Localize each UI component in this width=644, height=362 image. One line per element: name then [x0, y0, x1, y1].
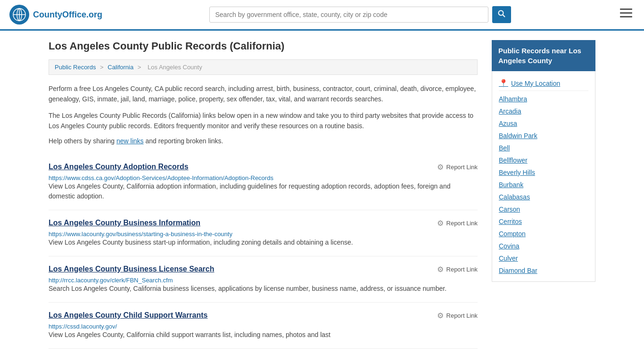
record-desc-2: Search Los Angeles County, California bu…	[49, 284, 478, 294]
sidebar-city-calabasas[interactable]: Calabasas	[499, 191, 588, 203]
sidebar-city-diamond-bar[interactable]: Diamond Bar	[499, 264, 588, 277]
breadcrumb-california[interactable]: California	[107, 64, 133, 71]
search-icon	[498, 10, 505, 17]
help-prefix: Help others by sharing	[49, 137, 116, 145]
description-1: Perform a free Los Angeles County, CA pu…	[49, 83, 478, 105]
record-header: Los Angeles County Business Information …	[49, 219, 478, 228]
sidebar: Public Records near Los Angeles County 📍…	[492, 40, 595, 349]
breadcrumb-county: Los Angeles County	[148, 64, 202, 71]
record-desc-3: View Los Angeles County, California chil…	[49, 330, 478, 340]
report-icon-3: ⚙	[437, 311, 444, 320]
sidebar-city-beverly-hills[interactable]: Beverly Hills	[499, 166, 588, 179]
header: CountyOffice.org	[0, 0, 644, 31]
report-label-3: Report Link	[446, 312, 478, 319]
record-desc-1: View Los Angeles County business start-u…	[49, 238, 478, 247]
sidebar-city-azusa[interactable]: Azusa	[499, 117, 588, 130]
record-desc-0: View Los Angeles County, California adop…	[49, 181, 478, 201]
content-area: Los Angeles County Public Records (Calif…	[49, 40, 478, 349]
sidebar-city-covina[interactable]: Covina	[499, 240, 588, 252]
help-text: Help others by sharing new links and rep…	[49, 137, 478, 145]
use-location-label: Use My Location	[511, 80, 560, 87]
search-area	[209, 6, 511, 23]
svg-rect-7	[620, 8, 632, 10]
record-header: Los Angeles County Adoption Records ⚙ Re…	[49, 163, 478, 172]
logo-text[interactable]: CountyOffice.org	[33, 10, 102, 20]
record-item: Los Angeles County Adoption Records ⚙ Re…	[49, 154, 478, 210]
record-title-1[interactable]: Los Angeles County Business Information	[49, 219, 200, 227]
sidebar-city-bellflower[interactable]: Bellflower	[499, 154, 588, 166]
record-title-2[interactable]: Los Angeles County Business License Sear…	[49, 265, 215, 273]
sidebar-city-cerritos[interactable]: Cerritos	[499, 215, 588, 228]
logo-suffix: .org	[86, 10, 102, 19]
svg-point-5	[498, 11, 503, 16]
report-label-0: Report Link	[446, 164, 478, 171]
record-item: Los Angeles County Business Information …	[49, 210, 478, 256]
record-url-3[interactable]: https://cssd.lacounty.gov/	[49, 323, 117, 330]
help-suffix: and reporting broken links.	[144, 137, 223, 145]
page-title: Los Angeles County Public Records (Calif…	[49, 40, 478, 52]
search-input[interactable]	[209, 7, 488, 23]
sidebar-city-alhambra[interactable]: Alhambra	[499, 93, 588, 105]
search-button[interactable]	[492, 6, 511, 23]
sidebar-city-bell[interactable]: Bell	[499, 142, 588, 154]
breadcrumb-public-records[interactable]: Public Records	[55, 64, 96, 71]
svg-line-6	[503, 15, 505, 17]
sidebar-content: 📍 Use My Location AlhambraArcadiaAzusaBa…	[492, 71, 595, 282]
hamburger-menu-icon[interactable]	[618, 6, 635, 23]
report-label-1: Report Link	[446, 220, 478, 227]
record-item: Los Angeles County Business License Sear…	[49, 256, 478, 303]
record-url-1[interactable]: https://www.lacounty.gov/business/starti…	[49, 230, 232, 238]
sidebar-title: Public Records near Los Angeles County	[492, 40, 595, 71]
use-my-location[interactable]: 📍 Use My Location	[499, 76, 588, 91]
main-container: Los Angeles County Public Records (Calif…	[39, 31, 605, 358]
logo-brand: CountyOffice	[33, 10, 86, 19]
logo-area: CountyOffice.org	[9, 5, 102, 25]
location-pin-icon: 📍	[499, 79, 508, 88]
breadcrumb-sep2: >	[138, 64, 143, 71]
sidebar-city-arcadia[interactable]: Arcadia	[499, 105, 588, 117]
sidebar-city-burbank[interactable]: Burbank	[499, 179, 588, 191]
report-link-0[interactable]: ⚙ Report Link	[437, 163, 478, 172]
record-title-3[interactable]: Los Angeles County Child Support Warrant…	[49, 311, 208, 320]
record-url-0[interactable]: https://www.cdss.ca.gov/Adoption-Service…	[49, 174, 273, 181]
records-list: Los Angeles County Adoption Records ⚙ Re…	[49, 154, 478, 349]
svg-rect-8	[620, 12, 632, 14]
breadcrumb: Public Records > California > Los Angele…	[49, 59, 478, 75]
svg-rect-9	[620, 16, 632, 17]
new-links[interactable]: new links	[116, 137, 144, 145]
sidebar-city-culver[interactable]: Culver	[499, 252, 588, 264]
report-icon-2: ⚙	[437, 265, 444, 274]
report-icon-1: ⚙	[437, 219, 444, 228]
record-url-2[interactable]: http://rrcc.lacounty.gov/clerk/FBN_Searc…	[49, 277, 173, 284]
sidebar-city-carson[interactable]: Carson	[499, 203, 588, 215]
record-item: Los Angeles County Child Support Warrant…	[49, 303, 478, 349]
record-header: Los Angeles County Business License Sear…	[49, 265, 478, 274]
record-title-0[interactable]: Los Angeles County Adoption Records	[49, 163, 189, 171]
report-link-3[interactable]: ⚙ Report Link	[437, 311, 478, 320]
logo-icon	[9, 5, 29, 25]
sidebar-city-baldwin-park[interactable]: Baldwin Park	[499, 130, 588, 142]
description-2: The Los Angeles County Public Records (C…	[49, 110, 478, 132]
breadcrumb-sep1: >	[100, 64, 105, 71]
report-label-2: Report Link	[446, 266, 478, 273]
record-header: Los Angeles County Child Support Warrant…	[49, 311, 478, 320]
report-link-2[interactable]: ⚙ Report Link	[437, 265, 478, 274]
sidebar-city-compton[interactable]: Compton	[499, 228, 588, 240]
report-link-1[interactable]: ⚙ Report Link	[437, 219, 478, 228]
city-links: AlhambraArcadiaAzusaBaldwin ParkBellBell…	[499, 93, 588, 277]
report-icon-0: ⚙	[437, 163, 444, 172]
